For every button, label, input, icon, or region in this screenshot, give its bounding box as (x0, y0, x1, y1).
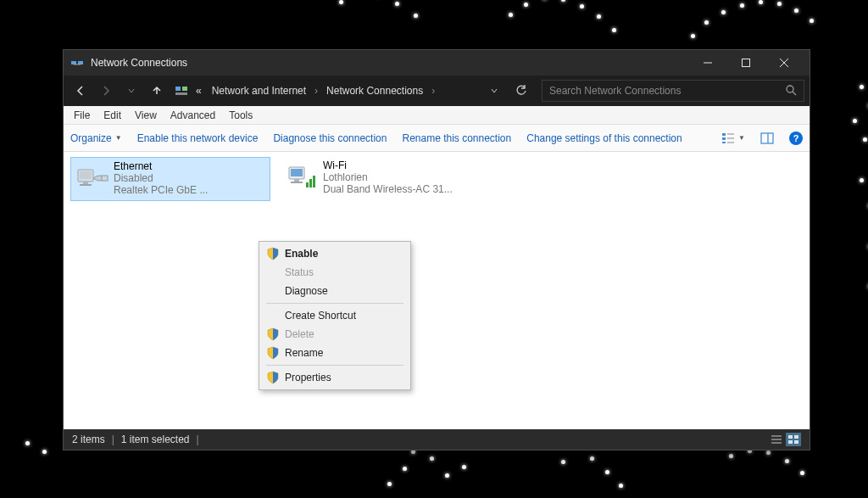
svg-rect-3 (742, 59, 749, 67)
forward-button[interactable] (94, 79, 118, 103)
rename-button[interactable]: Rename this connection (402, 132, 511, 144)
diagnose-button[interactable]: Diagnose this connection (273, 132, 387, 144)
menu-edit[interactable]: Edit (97, 108, 128, 123)
titlebar[interactable]: Network Connections (64, 50, 810, 76)
svg-rect-11 (722, 133, 726, 136)
svg-rect-17 (761, 133, 773, 143)
adapter-status: Lothlorien (323, 171, 477, 183)
status-item-count: 2 items (72, 434, 105, 445)
menu-file[interactable]: File (67, 108, 97, 123)
menu-tools[interactable]: Tools (222, 108, 259, 123)
organize-button[interactable]: Organize ▼ (70, 132, 122, 144)
context-diagnose[interactable]: Diagnose (261, 282, 409, 300)
address-bar[interactable]: « Network and Internet › Network Connect… (170, 80, 537, 102)
svg-rect-7 (182, 87, 187, 91)
wifi-icon (284, 159, 321, 197)
svg-rect-28 (291, 182, 303, 183)
menu-view[interactable]: View (128, 108, 164, 123)
toolbar: Organize ▼ Enable this network device Di… (64, 125, 810, 152)
recent-dropdown[interactable] (120, 79, 143, 103)
adapter-name: Ethernet (114, 160, 266, 172)
adapter-device: Realtek PCIe GbE ... (114, 184, 266, 196)
context-status: Status (261, 263, 409, 282)
svg-rect-13 (722, 142, 726, 143)
svg-rect-6 (175, 87, 181, 91)
svg-rect-8 (175, 92, 187, 95)
window-icon (70, 56, 84, 70)
shield-icon (266, 327, 280, 344)
search-input[interactable] (549, 85, 785, 97)
status-selected-count: 1 item selected (121, 434, 190, 445)
separator (266, 303, 403, 304)
search-icon[interactable] (785, 84, 797, 98)
svg-rect-36 (794, 435, 798, 439)
svg-point-9 (787, 86, 793, 92)
change-settings-button[interactable]: Change settings of this connection (526, 132, 682, 144)
context-menu: Enable Status Diagnose Create Shortcut D… (259, 241, 411, 390)
svg-rect-12 (722, 137, 726, 140)
context-create-shortcut[interactable]: Create Shortcut (261, 306, 409, 325)
ethernet-icon (75, 160, 112, 198)
context-rename[interactable]: Rename (261, 344, 409, 362)
context-properties[interactable]: Properties (261, 368, 409, 387)
back-button[interactable] (69, 79, 92, 103)
menu-bar: File Edit View Advanced Tools (64, 106, 810, 125)
svg-rect-20 (80, 171, 92, 179)
maximize-button[interactable] (726, 50, 765, 76)
details-view-button[interactable] (769, 433, 784, 446)
status-bar: 2 items | 1 item selected | (64, 429, 810, 450)
adapter-ethernet[interactable]: Ethernet Disabled Realtek PCIe GbE ... (70, 157, 270, 201)
window-title: Network Connections (91, 57, 688, 69)
adapter-name: Wi-Fi (323, 159, 477, 171)
svg-rect-31 (313, 176, 315, 187)
shield-icon (266, 346, 280, 362)
icons-view-button[interactable] (786, 433, 801, 446)
refresh-button[interactable] (509, 85, 533, 97)
breadcrumb-item-0[interactable]: Network and Internet (209, 85, 309, 97)
help-button[interactable]: ? (789, 131, 803, 145)
context-delete: Delete (261, 325, 409, 344)
svg-rect-0 (71, 61, 76, 64)
control-panel-icon (174, 80, 189, 102)
svg-rect-37 (788, 440, 793, 444)
network-connections-window: Network Connections (63, 49, 810, 450)
adapter-status: Disabled (114, 172, 266, 184)
svg-line-10 (793, 92, 796, 95)
svg-rect-29 (306, 182, 309, 187)
up-button[interactable] (145, 79, 169, 103)
shield-icon (266, 371, 280, 387)
content-area[interactable]: Ethernet Disabled Realtek PCIe GbE ... (64, 152, 810, 429)
svg-rect-30 (309, 179, 312, 187)
address-dropdown[interactable] (482, 87, 506, 95)
context-enable[interactable]: Enable (261, 244, 409, 263)
svg-rect-26 (291, 169, 303, 176)
enable-device-button[interactable]: Enable this network device (137, 132, 259, 144)
svg-rect-38 (794, 440, 798, 444)
chevron-right-icon[interactable]: › (313, 85, 320, 97)
breadcrumb-item-1[interactable]: Network Connections (323, 85, 426, 97)
svg-rect-35 (788, 435, 793, 439)
svg-rect-1 (78, 61, 83, 64)
caret-down-icon: ▼ (115, 134, 122, 142)
shield-icon (266, 247, 280, 263)
separator (266, 365, 403, 366)
navigation-bar: « Network and Internet › Network Connect… (64, 76, 810, 106)
svg-rect-23 (102, 176, 108, 181)
breadcrumb-prefix[interactable]: « (192, 85, 205, 97)
caret-down-icon: ▼ (738, 134, 745, 142)
search-box[interactable] (542, 80, 804, 102)
adapter-device: Dual Band Wireless-AC 31... (323, 183, 477, 195)
adapter-wifi[interactable]: Wi-Fi Lothlorien Dual Band Wireless-AC 3… (281, 157, 481, 201)
svg-rect-27 (294, 179, 299, 182)
chevron-right-icon[interactable]: › (430, 85, 437, 97)
preview-pane-button[interactable] (760, 131, 774, 145)
view-options-button[interactable]: ▼ (721, 131, 745, 145)
menu-advanced[interactable]: Advanced (164, 108, 222, 123)
minimize-button[interactable] (688, 50, 726, 76)
close-button[interactable] (765, 50, 803, 76)
